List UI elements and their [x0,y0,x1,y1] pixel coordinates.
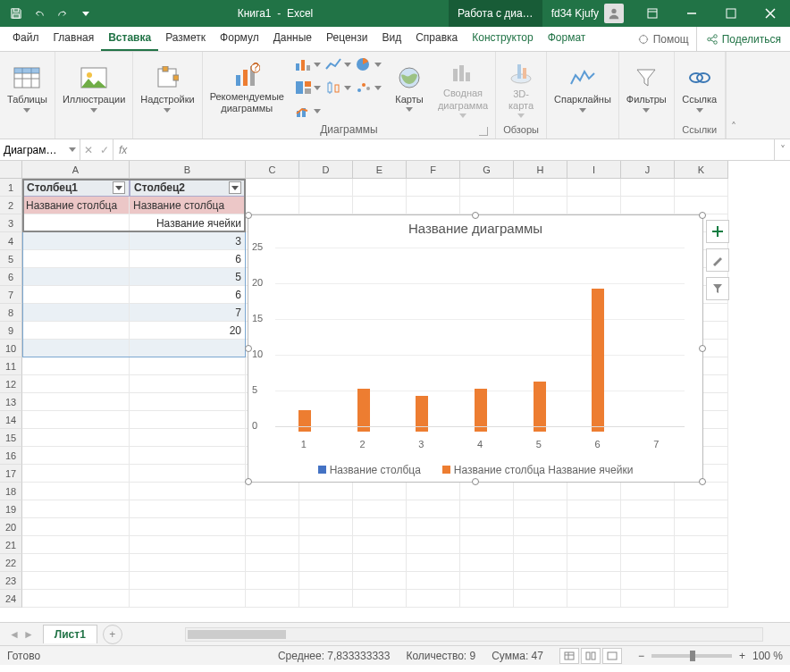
combo-chart-icon[interactable] [293,100,322,122]
row-header[interactable]: 11 [0,357,22,375]
row-header[interactable]: 15 [0,429,22,447]
cell[interactable]: 5 [130,268,246,286]
row-header[interactable]: 1 [0,179,22,197]
row-header[interactable]: 4 [0,232,22,250]
row-header[interactable]: 19 [0,500,22,518]
cell[interactable]: 20 [130,322,246,340]
view-pagelayout-icon[interactable] [581,648,601,664]
view-normal-icon[interactable] [559,648,579,664]
row-header[interactable]: 9 [0,322,22,340]
sparklines-button[interactable]: Спарклайны [552,62,613,113]
undo-icon[interactable] [29,3,50,24]
cell[interactable]: Название столбца [22,197,130,214]
col-header[interactable]: F [407,161,460,179]
cell[interactable]: Название ячейки [130,214,246,232]
chart-bar[interactable] [357,389,370,432]
user-account[interactable]: fd34 Kjufy [542,4,633,23]
cell[interactable]: Название столбца [130,197,246,214]
recommended-charts-button[interactable]: ?Рекомендуемые диаграммы [208,59,286,116]
cell[interactable]: 6 [130,250,246,268]
tell-me[interactable]: Помощ [630,27,696,51]
filters-button[interactable]: Фильтры [625,62,668,113]
chart-bar[interactable] [475,389,487,432]
cell[interactable]: 6 [130,286,246,304]
chart-object[interactable]: Название диаграммы 05101520251234567 Наз… [248,214,703,483]
row-header[interactable]: 16 [0,447,22,465]
cell[interactable] [22,286,130,304]
tab-chart-format[interactable]: Формат [541,27,593,51]
charts-dialog-launcher[interactable] [479,127,488,136]
row-header[interactable]: 7 [0,286,22,304]
chart-legend[interactable]: Название столбца Название столбца Назван… [248,464,702,476]
qa-customize-icon[interactable] [75,3,97,24]
filter-icon[interactable] [113,181,125,194]
minimize-button[interactable] [672,0,711,27]
row-header[interactable]: 13 [0,393,22,411]
tab-file[interactable]: Файл [5,27,46,51]
statistic-chart-icon[interactable] [324,77,352,98]
tab-view[interactable]: Вид [374,27,408,51]
chart-filters-button[interactable] [706,277,729,300]
share-button[interactable]: Поделиться [696,27,790,51]
fx-icon[interactable]: fx [119,144,127,156]
tab-home[interactable]: Главная [46,27,102,51]
enter-formula-icon[interactable]: ✓ [100,144,109,156]
row-header[interactable]: 24 [0,590,22,608]
maps-button[interactable]: Карты [390,62,429,113]
close-button[interactable] [751,0,790,27]
tab-data[interactable]: Данные [266,27,319,51]
col-header[interactable]: J [621,161,675,179]
cell[interactable] [22,232,130,250]
illustrations-button[interactable]: Иллюстрации [61,62,127,113]
sheet-nav-prev-icon[interactable]: ◄ [9,628,20,641]
row-header[interactable]: 20 [0,518,22,536]
tables-button[interactable]: Таблицы [5,62,49,113]
hierarchy-chart-icon[interactable] [293,77,322,98]
zoom-out-icon[interactable]: − [638,650,644,662]
cell[interactable] [22,268,130,286]
tab-formulas[interactable]: Формул [213,27,266,51]
ribbon-options-icon[interactable] [633,0,672,27]
col-header[interactable]: H [514,161,567,179]
collapse-ribbon-icon[interactable]: ˄ [726,52,742,139]
chart-bar[interactable] [592,289,604,432]
chart-styles-button[interactable] [706,248,729,272]
cell[interactable]: 3 [130,232,246,250]
row-header[interactable]: 17 [0,465,22,483]
zoom-in-icon[interactable]: + [739,650,745,662]
cell[interactable] [22,304,130,322]
row-header[interactable]: 12 [0,375,22,393]
row-header[interactable]: 18 [0,483,22,500]
cell[interactable] [22,214,130,232]
row-header[interactable]: 23 [0,572,22,590]
tab-insert[interactable]: Вставка [101,27,158,51]
tab-layout[interactable]: Разметк [158,27,213,51]
cell[interactable] [22,250,130,268]
chart-title[interactable]: Название диаграммы [248,215,702,241]
row-header[interactable]: 8 [0,304,22,322]
name-box-input[interactable] [4,144,57,156]
zoom-slider[interactable]: − + 100 % [638,650,783,662]
row-header[interactable]: 22 [0,554,22,572]
zoom-level[interactable]: 100 % [752,650,783,662]
filter-icon[interactable] [229,181,241,194]
cell[interactable]: Столбец2 [130,179,246,197]
col-header[interactable]: A [22,161,130,179]
spreadsheet-grid[interactable]: ABCDEFGHIJK 1234567891011121314151617181… [0,161,790,622]
maximize-button[interactable] [711,0,751,27]
col-header[interactable]: I [567,161,621,179]
view-pagebreak-icon[interactable] [602,648,622,664]
row-header[interactable]: 3 [0,214,22,232]
row-header[interactable]: 10 [0,340,22,357]
cell[interactable] [130,340,246,357]
chart-bar[interactable] [534,382,546,432]
redo-icon[interactable] [52,3,73,24]
sheet-tab[interactable]: Лист1 [43,625,97,643]
col-header[interactable]: B [130,161,246,179]
row-header[interactable]: 6 [0,268,22,286]
new-sheet-button[interactable]: + [103,625,122,644]
col-header[interactable]: C [246,161,299,179]
cell[interactable]: Столбец1 [22,179,130,197]
col-header[interactable]: E [353,161,407,179]
scatter-chart-icon[interactable] [354,77,382,98]
